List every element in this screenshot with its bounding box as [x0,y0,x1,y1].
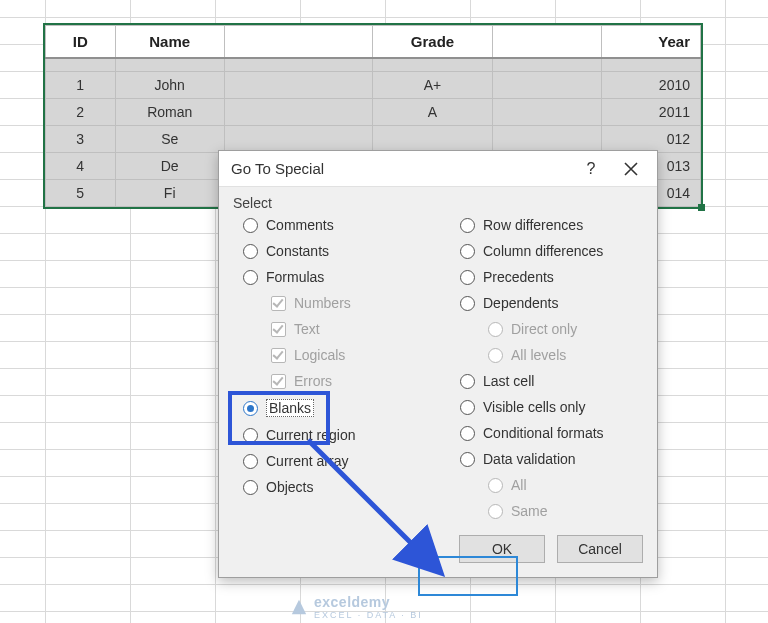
cell-grade[interactable]: A+ [373,72,492,99]
cell-id[interactable]: 2 [46,99,116,126]
radio-icon [460,374,475,389]
annotation-highlight-ok [418,556,518,596]
option-label: Logicals [294,347,345,363]
option-constants[interactable]: Constants [243,243,426,259]
table-header-row: ID Name Grade Year [46,26,701,58]
selection-handle[interactable] [698,204,705,211]
radio-icon [243,270,258,285]
option-row-differences[interactable]: Row differences [460,217,643,233]
cell-name[interactable]: Fi [115,180,224,207]
table-row[interactable]: 2 Roman A 2011 [46,99,701,126]
radio-icon [460,270,475,285]
option-precedents[interactable]: Precedents [460,269,643,285]
cell-blank[interactable] [492,99,601,126]
radio-icon [488,322,503,337]
checkbox-icon [271,322,286,337]
go-to-special-dialog: Go To Special ? Select Comments Constant… [218,150,658,578]
option-label: Row differences [483,217,583,233]
option-label: Column differences [483,243,603,259]
option-objects[interactable]: Objects [243,479,426,495]
option-conditional-formats[interactable]: Conditional formats [460,425,643,441]
radio-icon [460,400,475,415]
watermark-brand: exceldemy [314,594,423,610]
option-all: All [488,477,643,493]
radio-icon [488,478,503,493]
option-label: Comments [266,217,334,233]
option-label: Objects [266,479,313,495]
radio-icon [243,480,258,495]
radio-icon [460,244,475,259]
annotation-highlight-blanks [228,391,330,445]
dialog-title: Go To Special [231,160,571,177]
table-row[interactable]: 3 Se 012 [46,126,701,153]
radio-icon [460,426,475,441]
radio-icon [460,452,475,467]
cell-blank[interactable] [224,126,372,153]
cell-blank[interactable] [224,72,372,99]
radio-icon [460,296,475,311]
table-separator [46,58,701,72]
option-numbers: Numbers [271,295,426,311]
cell-id[interactable]: 4 [46,153,116,180]
radio-icon [488,348,503,363]
cell-id[interactable]: 3 [46,126,116,153]
radio-icon [488,504,503,519]
col-blank1 [224,26,372,58]
option-label: Same [511,503,548,519]
cell-blank[interactable] [224,99,372,126]
cell-grade[interactable]: A [373,99,492,126]
table-row[interactable]: 1 John A+ 2010 [46,72,701,99]
col-id: ID [46,26,116,58]
option-label: Data validation [483,451,576,467]
option-label: Direct only [511,321,577,337]
option-visible-cells-only[interactable]: Visible cells only [460,399,643,415]
cell-id[interactable]: 5 [46,180,116,207]
option-logicals: Logicals [271,347,426,363]
help-button[interactable]: ? [571,153,611,185]
option-comments[interactable]: Comments [243,217,426,233]
option-label: Conditional formats [483,425,604,441]
option-column-differences[interactable]: Column differences [460,243,643,259]
cell-year[interactable]: 2010 [601,72,700,99]
option-dependents[interactable]: Dependents [460,295,643,311]
cell-id[interactable]: 1 [46,72,116,99]
option-errors: Errors [271,373,426,389]
checkbox-icon [271,374,286,389]
cancel-button[interactable]: Cancel [557,535,643,563]
radio-icon [243,454,258,469]
cell-name[interactable]: De [115,153,224,180]
close-button[interactable] [611,153,651,185]
watermark: exceldemy EXCEL · DATA · BI [290,594,423,620]
cell-year[interactable]: 012 [601,126,700,153]
cell-grade[interactable] [373,126,492,153]
cell-name[interactable]: John [115,72,224,99]
options-left-column: Comments Constants Formulas Numbers Text… [233,217,426,519]
option-label: Dependents [483,295,559,311]
watermark-icon [290,598,308,616]
option-label: Last cell [483,373,534,389]
cell-name[interactable]: Se [115,126,224,153]
option-label: Current array [266,453,348,469]
dialog-titlebar[interactable]: Go To Special ? [219,151,657,187]
option-all-levels: All levels [488,347,643,363]
cell-year[interactable]: 2011 [601,99,700,126]
checkbox-icon [271,296,286,311]
option-data-validation[interactable]: Data validation [460,451,643,467]
cell-blank[interactable] [492,126,601,153]
options-right-column: Row differences Column differences Prece… [450,217,643,519]
radio-icon [243,244,258,259]
option-label: Numbers [294,295,351,311]
option-label: Text [294,321,320,337]
option-label: All [511,477,527,493]
cell-blank[interactable] [492,72,601,99]
option-formulas[interactable]: Formulas [243,269,426,285]
option-last-cell[interactable]: Last cell [460,373,643,389]
group-label: Select [233,195,643,211]
cell-name[interactable]: Roman [115,99,224,126]
col-grade: Grade [373,26,492,58]
checkbox-icon [271,348,286,363]
option-label: Constants [266,243,329,259]
option-current-array[interactable]: Current array [243,453,426,469]
option-label: All levels [511,347,566,363]
option-label: Precedents [483,269,554,285]
